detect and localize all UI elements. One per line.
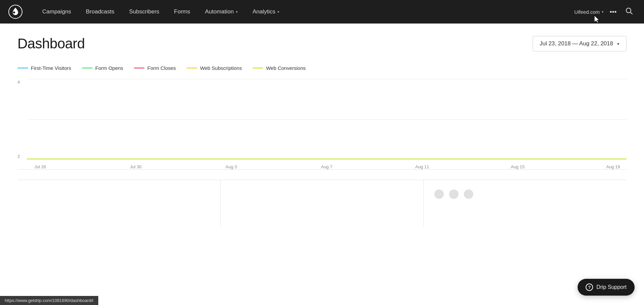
main-content: Dashboard Jul 23, 2018 — Aug 22, 2018 ▾ … [0, 24, 644, 227]
panel-icon-3 [464, 189, 473, 199]
x-label-aug11: Aug 11 [409, 164, 436, 169]
x-label-jul30: Jul 30 [122, 164, 149, 169]
nav-right: Uifeed.com ▾ ••• [574, 5, 636, 18]
svg-point-1 [13, 11, 15, 13]
legend-form-opens: Form Opens [82, 65, 123, 71]
nav-links: Campaigns Broadcasts Subscribers Forms A… [35, 0, 574, 24]
legend-web-conversions: Web Conversions [253, 65, 306, 71]
panel-1 [17, 180, 221, 227]
date-range-arrow-icon: ▾ [617, 41, 620, 46]
more-options-icon: ••• [609, 8, 616, 16]
main-nav: Campaigns Broadcasts Subscribers Forms A… [0, 0, 644, 24]
panel-3 [424, 180, 627, 227]
x-label-jul26: Jul 26 [27, 164, 54, 169]
panel-icon-2 [449, 189, 459, 199]
x-label-aug19: Aug 19 [600, 164, 627, 169]
logo[interactable] [8, 4, 23, 19]
chart-container: 4 2 Jul 26 Jul 30 [17, 79, 627, 170]
x-label-aug3: Aug 3 [218, 164, 245, 169]
nav-campaigns[interactable]: Campaigns [35, 0, 78, 24]
automation-chevron-icon: ▾ [236, 10, 238, 14]
page-header: Dashboard Jul 23, 2018 — Aug 22, 2018 ▾ [17, 36, 627, 52]
nav-forms[interactable]: Forms [167, 0, 198, 24]
search-icon [626, 7, 633, 16]
y-label-4: 4 [17, 79, 27, 85]
legend-first-time-visitors: First-Time Visitors [17, 65, 71, 71]
legend-line-form-closes [134, 68, 145, 69]
drip-support-button[interactable]: ? Drip Support [578, 279, 635, 296]
legend-web-subscriptions: Web Subscriptions [186, 65, 242, 71]
y-label-2: 2 [17, 154, 27, 160]
x-label-aug15: Aug 15 [504, 164, 531, 169]
legend-line-web-conversions [253, 68, 263, 69]
more-options-button[interactable]: ••• [606, 5, 620, 18]
domain-selector[interactable]: Uifeed.com ▾ [574, 9, 604, 15]
legend-line-web-subscriptions [186, 68, 197, 69]
nav-automation[interactable]: Automation ▾ [198, 0, 245, 24]
svg-line-3 [631, 12, 633, 14]
legend-form-closes: Form Closes [134, 65, 176, 71]
panel-2 [221, 180, 424, 227]
drip-support-icon: ? [586, 284, 593, 291]
analytics-chevron-icon: ▾ [277, 10, 279, 14]
search-button[interactable] [623, 5, 636, 18]
x-label-aug7: Aug 7 [313, 164, 340, 169]
legend-line-form-opens [82, 68, 93, 69]
status-bar: https://www.getdrip.com/1081690/dashboar… [0, 296, 98, 305]
domain-chevron-icon: ▾ [602, 10, 604, 14]
page-title: Dashboard [17, 36, 85, 52]
nav-subscribers[interactable]: Subscribers [122, 0, 167, 24]
bottom-panels [17, 180, 627, 227]
x-axis: Jul 26 Jul 30 Aug 3 Aug 7 Aug 11 Aug 15 … [27, 161, 627, 169]
chart-legend: First-Time Visitors Form Opens Form Clos… [17, 65, 627, 71]
date-range-picker[interactable]: Jul 23, 2018 — Aug 22, 2018 ▾ [533, 36, 627, 51]
nav-broadcasts[interactable]: Broadcasts [78, 0, 122, 24]
legend-line-first-time [17, 68, 28, 69]
nav-analytics[interactable]: Analytics ▾ [245, 0, 287, 24]
panel-icon-1 [434, 189, 444, 199]
